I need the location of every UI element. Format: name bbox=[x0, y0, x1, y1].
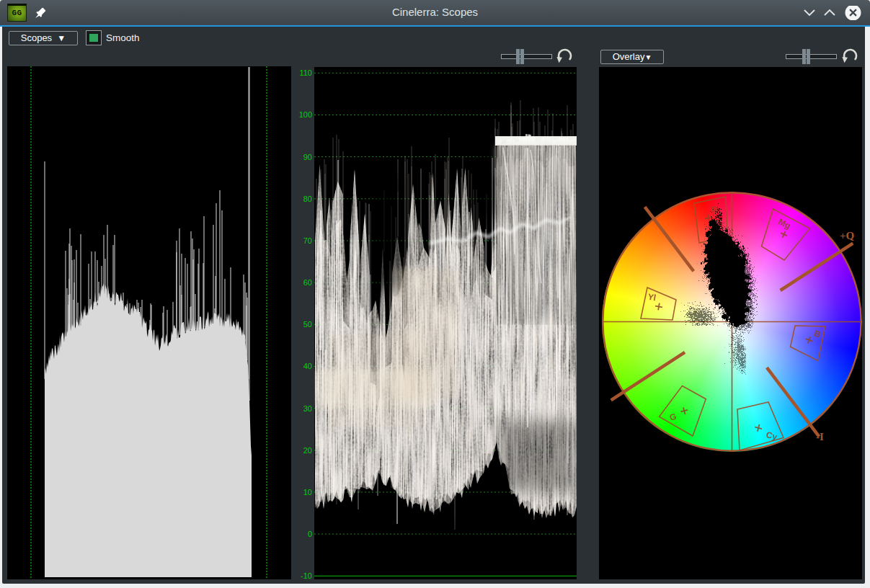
svg-text:B: B bbox=[813, 329, 822, 340]
svg-text:Yl: Yl bbox=[647, 292, 657, 303]
svg-text:Mg: Mg bbox=[776, 216, 792, 231]
svg-text:-I: -I bbox=[816, 431, 824, 442]
svg-text:+Q: +Q bbox=[840, 230, 855, 241]
svg-text:G: G bbox=[668, 411, 678, 423]
